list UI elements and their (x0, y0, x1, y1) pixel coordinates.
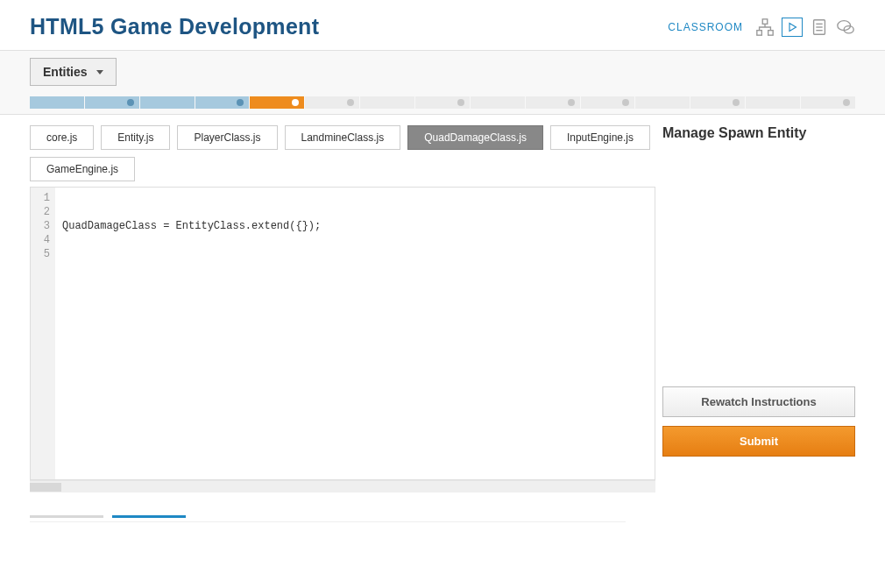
header: HTML5 Game Development CLASSROOM (0, 0, 885, 51)
code-area[interactable]: QuadDamageClass = EntityClass.extend({})… (55, 188, 655, 479)
progress-seg-3[interactable] (195, 96, 250, 109)
output-panel (30, 521, 626, 588)
main: core.jsEntity.jsPlayerClass.jsLandmineCl… (0, 115, 885, 588)
progress-seg-11[interactable] (635, 96, 690, 109)
file-tab-GameEngine-js[interactable]: GameEngine.js (30, 157, 135, 181)
progress-seg-13[interactable] (746, 96, 800, 109)
header-right: CLASSROOM (668, 18, 855, 37)
submit-button[interactable]: Submit (662, 426, 855, 457)
rewatch-button[interactable]: Rewatch Instructions (662, 386, 855, 417)
chat-icon[interactable] (836, 18, 855, 37)
svg-rect-2 (768, 30, 774, 34)
dropdown-label: Entities (43, 65, 88, 79)
file-tab-QuadDamageClass-js[interactable]: QuadDamageClass.js (407, 125, 543, 150)
progress-seg-10[interactable] (581, 96, 635, 109)
file-tab-LandmineClass-js[interactable]: LandmineClass.js (285, 125, 401, 150)
progress-seg-1[interactable] (85, 96, 139, 109)
scroll-thumb[interactable] (30, 483, 61, 492)
progress-seg-4[interactable] (250, 96, 304, 109)
horizontal-scrollbar[interactable] (30, 480, 655, 492)
editor-column: core.jsEntity.jsPlayerClass.jsLandmineCl… (30, 120, 655, 588)
lesson-title: Manage Spawn Entity (662, 125, 855, 141)
file-tab-Entity-js[interactable]: Entity.js (101, 125, 170, 150)
svg-marker-3 (789, 23, 796, 31)
nav-icons (755, 18, 855, 37)
sidebar: Manage Spawn Entity Rewatch Instructions… (662, 120, 855, 588)
page-title: HTML5 Game Development (30, 14, 319, 39)
svg-rect-0 (762, 18, 768, 24)
progress-seg-0[interactable] (30, 96, 84, 109)
play-icon[interactable] (782, 18, 803, 37)
progress-seg-14[interactable] (801, 96, 855, 109)
file-tab-InputEngine-js[interactable]: InputEngine.js (550, 125, 650, 150)
progress-seg-2[interactable] (140, 96, 195, 109)
subheader: Entities (0, 51, 885, 115)
sitemap-icon[interactable] (755, 18, 775, 37)
line-gutter: 12345 (31, 188, 55, 479)
progress-seg-12[interactable] (690, 96, 745, 109)
progress-seg-8[interactable] (471, 96, 525, 109)
classroom-link[interactable]: CLASSROOM (668, 21, 743, 33)
caret-down-icon (96, 70, 103, 74)
svg-rect-1 (757, 30, 762, 34)
progress-seg-6[interactable] (360, 96, 414, 109)
progress-seg-9[interactable] (526, 96, 580, 109)
output-tab-1[interactable] (30, 515, 103, 518)
svg-point-9 (844, 25, 853, 32)
section-dropdown[interactable]: Entities (30, 58, 117, 86)
progress-seg-5[interactable] (305, 96, 359, 109)
file-tabs: core.jsEntity.jsPlayerClass.jsLandmineCl… (30, 120, 655, 187)
code-editor[interactable]: 12345 QuadDamageClass = EntityClass.exte… (30, 187, 655, 480)
progress-seg-7[interactable] (415, 96, 470, 109)
file-tab-core-js[interactable]: core.js (30, 125, 94, 150)
output-tabs (30, 515, 626, 518)
output-tab-2[interactable] (112, 515, 186, 518)
progress-bar (30, 96, 855, 109)
file-tab-PlayerClass-js[interactable]: PlayerClass.js (177, 125, 277, 150)
document-icon[interactable] (810, 18, 829, 37)
